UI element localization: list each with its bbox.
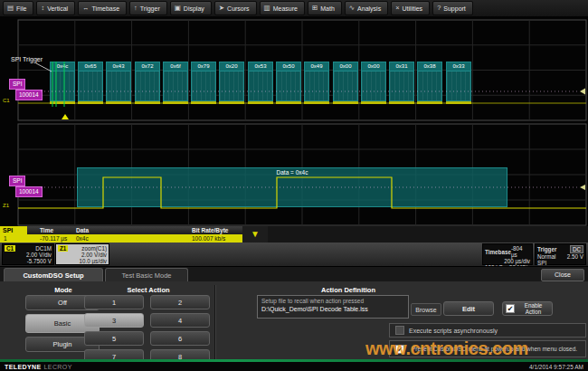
display-icon: ▣ [175, 5, 181, 12]
watermark-text: www.cntronics.com [365, 338, 528, 359]
frame-hex-label: 0x65 [79, 62, 102, 71]
menu-measure[interactable]: ▥Measure [260, 1, 305, 15]
frame-hex-label: Data = 0x4c [78, 169, 507, 176]
action-button-1[interactable]: 1 [84, 295, 144, 309]
brand-logo: TELEDYNELECROY [5, 364, 72, 370]
c1-chip: C1 [5, 245, 15, 252]
edit-button[interactable]: Edit [443, 301, 494, 316]
timebase-descriptor-box[interactable]: Timebase-804 µs 200 µs/div 100 kS50 MS/s [482, 243, 533, 265]
measure-icon: ▥ [264, 5, 270, 12]
cell-time: -70.117 µs [40, 235, 67, 242]
menu-bar: ▤File ↕Vertical ↔Timebase ↑Trigger ▣Disp… [0, 0, 588, 16]
enable-action-label: Enable Action [517, 302, 549, 315]
menu-utilities[interactable]: ×Utilities [391, 1, 430, 15]
z1-chip: Z1 [58, 245, 68, 252]
decode-frame: 0x00 [333, 62, 358, 101]
action-definition-title: Action Definition [258, 286, 439, 294]
tab-customdso-setup[interactable]: CustomDSO Setup [4, 268, 103, 281]
action-button-5[interactable]: 5 [84, 331, 144, 346]
timebase-title: Timebase [485, 249, 511, 255]
table-row[interactable]: 1 -70.117 µs 0x4c 100.007 kb/s [0, 234, 242, 243]
menu-vertical-label: Vertical [47, 5, 68, 12]
section-divider [214, 285, 216, 361]
frame-hex-label: 0x33 [447, 62, 470, 71]
analysis-chart-icon: ∿ [349, 5, 355, 12]
bus-name: SPI [9, 176, 25, 186]
mode-plugin-label: Plugin [53, 340, 72, 348]
decode-frame: 0x72 [135, 62, 160, 101]
c1-descriptor-box[interactable]: C1DC1M 2.00 V/div -5.7500 V [2, 243, 54, 265]
action-button-2[interactable]: 2 [150, 295, 210, 309]
frame-hex-label: 0x79 [192, 62, 215, 71]
menu-display-label: Display [184, 5, 204, 12]
footer-bar: TELEDYNELECROY 4/1/2014 9:57:25 AM [0, 362, 588, 371]
menu-analysis[interactable]: ∿Analysis [345, 1, 388, 15]
table-scroll-down-button[interactable]: ▼ [242, 226, 268, 243]
decode-frame: 0x20 [219, 62, 244, 101]
close-button[interactable]: Close [541, 269, 584, 281]
decode-frame: 0x49 [304, 62, 329, 101]
frame-body [107, 71, 130, 100]
decode-frame: 0x38 [417, 62, 442, 101]
frame-body [164, 71, 187, 100]
browse-button[interactable]: Browse [411, 303, 441, 316]
setup-file-path: D:\Quick_Demo\SPI Decode Table.lss [261, 306, 404, 312]
cell-data: 0x4c [76, 235, 89, 242]
bus-id: 100014 [15, 186, 43, 197]
menu-support[interactable]: ?Support [432, 1, 473, 15]
menu-math[interactable]: ⊞Math [308, 1, 342, 15]
decode-frame: 0x31 [389, 62, 414, 101]
action-4-label: 4 [178, 317, 182, 325]
frame-body [249, 71, 272, 100]
frame-body [192, 71, 215, 100]
frame-hex-label: 0x38 [418, 62, 441, 71]
spi-bus-badge-zoom[interactable]: SPI 100014 [9, 176, 43, 197]
tab-test-basic-mode[interactable]: Test Basic Mode [105, 268, 188, 281]
execute-async-row[interactable]: Execute scripts asynchronously [389, 323, 586, 338]
menu-timebase-label: Timebase [92, 5, 119, 12]
c1-scale: 2.00 V/div [26, 252, 52, 258]
menu-vertical[interactable]: ↕Vertical [36, 1, 75, 15]
z1-descriptor-box[interactable]: Z1zoom(C1) 2.00 V/div 10.0 µs/div [55, 243, 109, 265]
spi-trigger-label: SPI Trigger [11, 56, 43, 62]
action-button-3[interactable]: 3 [84, 313, 144, 328]
decode-frame: 0x6f [163, 62, 188, 101]
setup-file-box[interactable]: Setup file to recall when action pressed… [257, 295, 409, 319]
decode-frame: 0x65 [78, 62, 103, 101]
menu-timebase[interactable]: ↔Timebase [78, 1, 127, 15]
frame-hex-label: 0x20 [220, 62, 243, 71]
c1-channel-marker: C1 [3, 98, 10, 103]
frame-hex-label: 0x43 [107, 62, 130, 71]
z1-scale: 2.00 V/div [81, 252, 107, 258]
frame-hex-label: 0x31 [390, 62, 413, 71]
menu-file-label: File [16, 5, 26, 12]
action-button-4[interactable]: 4 [150, 313, 210, 328]
frame-hex-label: 0x00 [334, 62, 357, 71]
trigger-descriptor-box[interactable]: TriggerDC Normal2.50 V SPI [535, 243, 586, 265]
enable-action-checkbox[interactable]: ✔ [506, 304, 515, 313]
frame-hex-label: 0x49 [305, 62, 328, 71]
brand-lecroy: LECROY [44, 364, 72, 370]
decode-frame: 0x4c [50, 62, 75, 101]
z1-source: zoom(C1) [81, 245, 107, 252]
frame-hex-label: 0x6f [164, 62, 187, 71]
menu-cursors-label: Cursors [227, 5, 250, 12]
table-header: Time Data Bit Rate/Byte [0, 226, 268, 234]
action-button-6[interactable]: 6 [150, 331, 210, 346]
execute-async-checkbox[interactable] [395, 326, 404, 335]
c1-offset: -5.7500 V [27, 258, 52, 264]
menu-trigger[interactable]: ↑Trigger [129, 1, 167, 15]
decode-frame: 0x50 [276, 62, 301, 101]
menu-cursors[interactable]: ➤Cursors [214, 1, 257, 15]
menu-math-label: Math [320, 5, 335, 12]
frame-hex-label: 0x00 [362, 62, 385, 71]
menu-file[interactable]: ▤File [3, 1, 33, 15]
menu-display[interactable]: ▣Display [170, 1, 212, 15]
z1-timebase: 10.0 µs/div [79, 258, 107, 264]
menu-utilities-label: Utilities [403, 5, 423, 12]
decode-frame-zoom: Data = 0x4c [77, 167, 507, 207]
action-5-label: 5 [112, 335, 116, 343]
spi-bus-badge[interactable]: SPI 100014 [9, 79, 43, 100]
action-1-label: 1 [112, 299, 116, 307]
enable-action-toggle[interactable]: ✔ Enable Action [502, 301, 553, 316]
